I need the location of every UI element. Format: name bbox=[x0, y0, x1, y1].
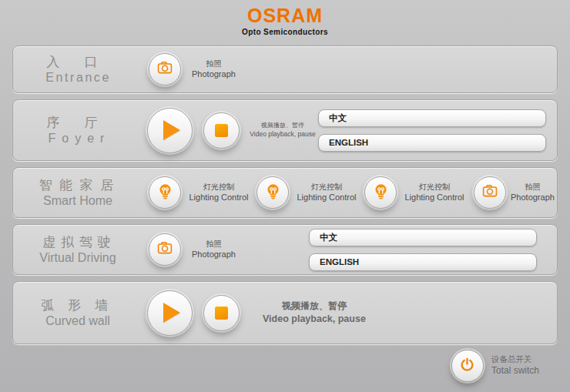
curved-wall-title: 弧形墙 Curved wall bbox=[13, 297, 142, 328]
osram-logo: OSRAM bbox=[247, 6, 323, 25]
stop-icon bbox=[215, 124, 228, 137]
smart-home-title: 智能家居 Smart Home bbox=[13, 177, 142, 208]
lighting-control-label-1: 灯光控制 Lighting Control bbox=[186, 182, 252, 203]
bulb-icon bbox=[372, 183, 390, 203]
entrance-title-en: Entrance bbox=[13, 70, 142, 85]
curved-wall-stop-button[interactable] bbox=[203, 295, 240, 331]
virtual-driving-chinese-button[interactable]: 中文 bbox=[309, 229, 537, 246]
osram-logo-subtitle: Opto Semiconductors bbox=[242, 28, 328, 36]
virtual-driving-photograph-button[interactable] bbox=[149, 233, 181, 266]
smart-home-photograph-label: 拍照 Photograph bbox=[511, 182, 555, 203]
virtual-driving-title-en: Virtual Driving bbox=[13, 250, 142, 265]
foyer-title-zh: 序厅 bbox=[13, 115, 142, 131]
virtual-driving-title: 虚拟驾驶 Virtual Driving bbox=[13, 234, 142, 265]
virtual-driving-photograph-label: 拍照 Photograph bbox=[192, 239, 236, 260]
smart-home-photograph-button[interactable] bbox=[474, 176, 506, 209]
lighting-control-label-3: 灯光控制 Lighting Control bbox=[401, 182, 468, 203]
stop-icon bbox=[215, 307, 228, 320]
play-icon bbox=[163, 120, 180, 140]
foyer-chinese-button[interactable]: 中文 bbox=[318, 109, 546, 127]
virtual-driving-panel: 虚拟驾驶 Virtual Driving 拍照 Photograph 中文 EN… bbox=[12, 224, 558, 275]
smart-home-title-en: Smart Home bbox=[13, 193, 142, 208]
power-icon bbox=[459, 357, 475, 376]
smart-home-panel: 智能家居 Smart Home 灯光控制 bbox=[12, 167, 558, 218]
virtual-driving-language-buttons: 中文 ENGLISH bbox=[309, 229, 537, 271]
lighting-control-button-2[interactable] bbox=[256, 176, 289, 209]
bulb-icon bbox=[264, 183, 282, 203]
curved-wall-video-label: 视频播放、暂停 Video playback, pause bbox=[263, 300, 366, 325]
foyer-video-label: 视频播放、暂停 Video playback, pause bbox=[247, 122, 318, 138]
play-icon bbox=[163, 303, 180, 323]
footer: 设备总开关 Total switch bbox=[0, 350, 570, 382]
total-switch-button[interactable] bbox=[451, 350, 484, 382]
control-panel: 入口 Entrance 拍照 Photograph 序厅 Foyer bbox=[12, 45, 558, 344]
curved-wall-play-button[interactable] bbox=[147, 290, 193, 336]
foyer-play-button[interactable] bbox=[147, 108, 193, 153]
lighting-control-button-3[interactable] bbox=[364, 176, 397, 209]
smart-home-title-zh: 智能家居 bbox=[13, 177, 142, 193]
entrance-photograph-label: 拍照 Photograph bbox=[192, 59, 236, 79]
total-switch-label: 设备总开关 Total switch bbox=[491, 354, 539, 377]
foyer-panel: 序厅 Foyer 视频播放、暂停 Video playback, pause 中… bbox=[12, 99, 558, 161]
curved-wall-title-zh: 弧形墙 bbox=[13, 297, 142, 313]
virtual-driving-english-button[interactable]: ENGLISH bbox=[309, 253, 537, 271]
curved-wall-title-en: Curved wall bbox=[13, 313, 142, 328]
entrance-panel: 入口 Entrance 拍照 Photograph bbox=[12, 45, 558, 93]
header: OSRAM Opto Semiconductors bbox=[0, 0, 570, 36]
foyer-english-button[interactable]: ENGLISH bbox=[318, 134, 546, 152]
entrance-photograph-button[interactable] bbox=[149, 53, 181, 85]
foyer-language-buttons: 中文 ENGLISH bbox=[318, 109, 546, 152]
foyer-stop-button[interactable] bbox=[203, 112, 240, 149]
lighting-control-button-1[interactable] bbox=[149, 176, 181, 209]
entrance-title: 入口 Entrance bbox=[13, 54, 142, 85]
bulb-icon bbox=[156, 183, 174, 203]
foyer-title: 序厅 Foyer bbox=[13, 115, 142, 146]
curved-wall-panel: 弧形墙 Curved wall 视频播放、暂停 Video playback, … bbox=[12, 281, 558, 344]
camera-icon bbox=[156, 59, 173, 79]
camera-icon bbox=[481, 183, 498, 203]
camera-icon bbox=[156, 240, 173, 260]
lighting-control-label-2: 灯光控制 Lighting Control bbox=[293, 182, 360, 203]
foyer-title-en: Foyer bbox=[13, 131, 142, 146]
entrance-title-zh: 入口 bbox=[13, 54, 142, 70]
virtual-driving-title-zh: 虚拟驾驶 bbox=[13, 234, 142, 250]
